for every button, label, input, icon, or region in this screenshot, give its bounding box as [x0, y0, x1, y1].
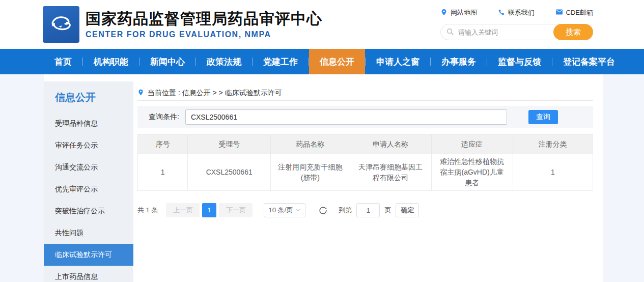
pagination-total: 共 1 条 — [137, 206, 158, 215]
location-pin-icon — [440, 9, 447, 17]
cell-indication: 难治性急性移植物抗宿主病(aGvHD)儿童患者 — [431, 154, 513, 191]
cell-drug-name: 注射用间充质干细胞(脐带) — [271, 154, 350, 191]
query-panel: 查询条件: 查询 — [137, 106, 593, 128]
col-header-applicant: 申请人名称 — [350, 135, 431, 154]
goto-page: 到第 页 确定 — [339, 203, 419, 217]
chevron-down-icon — [295, 207, 301, 214]
mailbox-link[interactable]: CDE邮箱 — [555, 8, 593, 17]
page-size-value: 10 条/页 — [268, 206, 293, 215]
main-nav: 首页 机构职能 新闻中心 政策法规 党建工作 信息公开 申请人之窗 办事服务 监… — [0, 49, 644, 74]
content-container: 信息公开 受理品种信息 审评任务公示 沟通交流公示 优先审评公示 突破性治疗公示… — [44, 74, 603, 282]
nav-item-home[interactable]: 首页 — [44, 49, 82, 74]
goto-prefix-label: 到第 — [339, 206, 352, 215]
brand-block: 国家药品监督管理局药品审评中心 CENTER FOR DRUG EVALUATI… — [86, 10, 322, 39]
confirm-button[interactable]: 确定 — [396, 203, 419, 217]
cell-index: 1 — [138, 154, 188, 191]
current-page-button[interactable]: 1 — [202, 203, 216, 217]
nav-item-news[interactable]: 新闻中心 — [139, 49, 195, 74]
sidebar-item-breakthrough-therapy[interactable]: 突破性治疗公示 — [44, 200, 133, 222]
nav-item-party[interactable]: 党建工作 — [253, 49, 309, 74]
site-header: 国家药品监督管理局药品审评中心 CENTER FOR DRUG EVALUATI… — [0, 0, 644, 49]
table-header-row: 序号 受理号 药品名称 申请人名称 适应症 注册分类 — [138, 135, 593, 154]
sidebar-title: 信息公开 — [44, 81, 133, 112]
sidebar-item-review-tasks[interactable]: 审评任务公示 — [44, 134, 133, 156]
breadcrumb-text: 当前位置 : 信息公开 > > 临床试验默示许可 — [148, 89, 282, 98]
location-pin-icon — [137, 89, 144, 98]
pagination: 共 1 条 上一页 1 下一页 10 条/页 到第 页 确定 — [137, 203, 593, 217]
cell-acceptance-no: CXSL2500661 — [188, 154, 271, 191]
sitemap-label: 网站地图 — [451, 8, 477, 17]
sidebar-item-priority-review[interactable]: 优先审评公示 — [44, 178, 133, 200]
sitemap-link[interactable]: 网站地图 — [440, 8, 477, 17]
col-header-indication: 适应症 — [431, 135, 513, 154]
swan-logo-icon — [46, 9, 76, 40]
page-size-select[interactable]: 10 条/页 — [264, 203, 305, 217]
nav-item-info-disclosure[interactable]: 信息公开 — [309, 49, 365, 74]
query-input[interactable] — [185, 109, 507, 125]
results-table: 序号 受理号 药品名称 申请人名称 适应症 注册分类 1 CXSL2500661… — [137, 134, 593, 191]
site-search-button[interactable]: 搜索 — [553, 24, 593, 40]
sidebar-item-marketed-drugs[interactable]: 上市药品信息 — [44, 266, 133, 282]
nav-item-policies[interactable]: 政策法规 — [196, 49, 252, 74]
next-page-button[interactable]: 下一页 — [219, 203, 253, 217]
col-header-drug-name: 药品名称 — [271, 135, 350, 154]
nav-item-registration-platform[interactable]: 登记备案平台 — [552, 49, 626, 74]
query-button[interactable]: 查询 — [528, 110, 558, 124]
envelope-icon — [555, 9, 563, 17]
site-search: 搜索 — [440, 24, 593, 40]
site-title: 国家药品监督管理局药品审评中心 — [86, 10, 322, 28]
refresh-icon[interactable] — [319, 206, 327, 215]
sidebar: 信息公开 受理品种信息 审评任务公示 沟通交流公示 优先审评公示 突破性治疗公示… — [44, 81, 133, 282]
cell-applicant: 天津昂赛细胞基因工程有限公司 — [350, 154, 431, 191]
sidebar-item-communication[interactable]: 沟通交流公示 — [44, 156, 133, 178]
col-header-index: 序号 — [138, 135, 188, 154]
prev-page-button[interactable]: 上一页 — [166, 203, 200, 217]
content: 当前位置 : 信息公开 > > 临床试验默示许可 查询条件: 查询 序号 受理号… — [133, 81, 603, 282]
nav-item-applicant-window[interactable]: 申请人之窗 — [366, 49, 430, 74]
breadcrumb: 当前位置 : 信息公开 > > 临床试验默示许可 — [137, 86, 593, 101]
goto-suffix-label: 页 — [384, 206, 391, 215]
main-area: 信息公开 受理品种信息 审评任务公示 沟通交流公示 优先审评公示 突破性治疗公示… — [0, 74, 644, 282]
nav-item-services[interactable]: 办事服务 — [431, 49, 487, 74]
quick-links: 网站地图 联系我们 CDE邮箱 — [440, 8, 593, 17]
table-row: 1 CXSL2500661 注射用间充质干细胞(脐带) 天津昂赛细胞基因工程有限… — [138, 154, 593, 191]
cde-logo — [43, 6, 79, 43]
cell-registration-class: 1 — [513, 154, 593, 191]
sidebar-item-common-issues[interactable]: 共性问题 — [44, 222, 133, 244]
sidebar-item-accepted-varieties[interactable]: 受理品种信息 — [44, 112, 133, 134]
mailbox-label: CDE邮箱 — [566, 8, 593, 17]
sidebar-item-clinical-trial-implied-license[interactable]: 临床试验默示许可 — [44, 244, 133, 266]
query-label: 查询条件: — [149, 112, 179, 122]
contact-link[interactable]: 联系我们 — [498, 8, 535, 17]
header-right: 网站地图 联系我们 CDE邮箱 搜索 — [440, 8, 593, 40]
col-header-acceptance-no: 受理号 — [188, 135, 271, 154]
goto-page-input[interactable] — [356, 203, 380, 217]
nav-item-supervision[interactable]: 监督与反馈 — [487, 49, 552, 74]
site-subtitle: CENTER FOR DRUG EVALUATION, NMPA — [86, 30, 322, 39]
search-icon — [446, 28, 454, 38]
contact-label: 联系我们 — [508, 8, 535, 17]
nav-item-functions[interactable]: 机构职能 — [83, 49, 139, 74]
col-header-registration-class: 注册分类 — [513, 135, 593, 154]
phone-icon — [498, 9, 505, 17]
